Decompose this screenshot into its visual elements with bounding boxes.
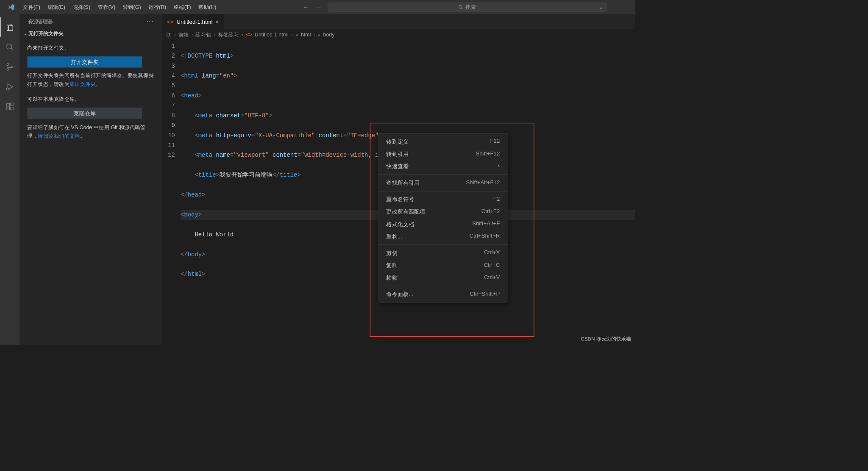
svg-rect-9 xyxy=(7,107,10,110)
menu-find-all-references[interactable]: 查找所有引用Shift+Alt+F12 xyxy=(378,177,508,189)
menu-format-document[interactable]: 格式化文档Shift+Alt+F xyxy=(378,218,508,230)
add-folder-link[interactable]: 添加文件夹 xyxy=(70,81,96,87)
chevron-down-icon: ⌄ xyxy=(599,4,603,10)
activity-debug-icon[interactable] xyxy=(0,77,20,97)
nav-back-icon[interactable]: ← xyxy=(301,3,310,11)
menu-peek[interactable]: 快速查看› xyxy=(378,160,508,172)
menu-separator xyxy=(378,245,508,245)
menu-goto-references[interactable]: 转到引用Shift+F12 xyxy=(378,148,508,160)
sidebar-header: 资源管理器 ··· xyxy=(20,14,162,29)
main-layout: 资源管理器 ··· ⌄ 无打开的文件夹 尚未打开文件夹。 打开文件夹 打开文件夹… xyxy=(0,14,635,345)
open-folder-button[interactable]: 打开文件夹 xyxy=(27,56,142,67)
svg-point-0 xyxy=(459,5,462,8)
read-docs-link[interactable]: 请阅读我们的文档 xyxy=(38,133,80,139)
menu-paste[interactable]: 粘贴Ctrl+V xyxy=(378,272,508,284)
menu-go[interactable]: 转到(G) xyxy=(119,2,145,13)
sidebar-title: 资源管理器 xyxy=(28,19,53,25)
menu-view[interactable]: 查看(V) xyxy=(94,2,119,13)
activity-bar xyxy=(0,14,20,345)
titlebar: 文件(F) 编辑(E) 选择(S) 查看(V) 转到(G) 运行(R) 终端(T… xyxy=(0,0,635,14)
svg-line-3 xyxy=(11,48,13,50)
vscode-logo-icon xyxy=(8,3,15,11)
menu-rename-symbol[interactable]: 重命名符号F2 xyxy=(378,193,508,205)
svg-line-1 xyxy=(462,8,463,9)
svg-rect-11 xyxy=(10,103,13,106)
element-icon: ⬨ xyxy=(317,31,320,38)
command-center-search[interactable]: 搜索 ⌄ xyxy=(328,3,607,12)
activity-explorer-icon[interactable] xyxy=(0,17,20,37)
svg-rect-10 xyxy=(10,107,13,110)
svg-point-7 xyxy=(6,88,8,90)
sidebar-body: 尚未打开文件夹。 打开文件夹 打开文件夹将关闭所有当前打开的编辑器。要使其保持打… xyxy=(20,38,162,143)
menu-cut[interactable]: 剪切Ctrl+X xyxy=(378,247,508,259)
menu-help[interactable]: 帮助(H) xyxy=(195,2,220,13)
html-file-icon: <> xyxy=(167,19,173,25)
menu-copy[interactable]: 复制Ctrl+C xyxy=(378,259,508,272)
line-gutter: 123456789101112 xyxy=(162,41,181,299)
breadcrumbs[interactable]: D:› 前端› 练习包› 标签练习› <> Untitled-1.html› ⬨… xyxy=(162,29,635,40)
no-folder-text: 尚未打开文件夹。 xyxy=(27,44,154,53)
search-icon xyxy=(458,5,463,10)
svg-point-4 xyxy=(7,64,8,65)
nav-forward-icon[interactable]: → xyxy=(314,3,323,11)
chevron-right-icon: › xyxy=(498,163,500,170)
menu-edit[interactable]: 编辑(E) xyxy=(44,2,69,13)
activity-extensions-icon[interactable] xyxy=(0,97,20,116)
menu-terminal[interactable]: 终端(T) xyxy=(170,2,195,13)
menu-command-palette[interactable]: 命令面板...Ctrl+Shift+P xyxy=(378,288,508,300)
clone-repo-button[interactable]: 克隆仓库 xyxy=(27,108,142,119)
sidebar-note-2: 可以在本地克隆仓库。 xyxy=(27,95,154,104)
sidebar-explorer: 资源管理器 ··· ⌄ 无打开的文件夹 尚未打开文件夹。 打开文件夹 打开文件夹… xyxy=(20,14,162,345)
menu-goto-definition[interactable]: 转到定义F12 xyxy=(378,136,508,148)
sidebar-note-3: 要详细了解如何在 VS Code 中使用 Git 和源代码管理，请阅读我们的文档… xyxy=(27,123,154,141)
menu-separator xyxy=(378,286,508,286)
svg-point-6 xyxy=(11,66,13,68)
sidebar-note-1: 打开文件夹将关闭所有当前打开的编辑器。要使其保持打开状态，请改为添加文件夹。 xyxy=(27,71,154,89)
menu-bar: 文件(F) 编辑(E) 选择(S) 查看(V) 转到(G) 运行(R) 终端(T… xyxy=(19,2,220,13)
editor-tabs: <> Untitled-1.html × xyxy=(162,14,635,29)
menu-refactor[interactable]: 重构...Ctrl+Shift+R xyxy=(378,230,508,243)
editor-context-menu: 转到定义F12 转到引用Shift+F12 快速查看› 查找所有引用Shift+… xyxy=(378,133,508,303)
svg-point-5 xyxy=(7,69,8,70)
activity-source-control-icon[interactable] xyxy=(0,57,20,77)
menu-separator xyxy=(378,175,508,175)
tab-filename: Untitled-1.html xyxy=(177,19,213,25)
search-placeholder: 搜索 xyxy=(465,3,476,11)
element-icon: ⬨ xyxy=(295,31,298,38)
more-actions-icon[interactable]: ··· xyxy=(146,18,154,26)
menu-run[interactable]: 运行(R) xyxy=(145,2,170,13)
menu-file[interactable]: 文件(F) xyxy=(19,2,44,13)
html-file-icon: <> xyxy=(246,31,252,38)
menu-selection[interactable]: 选择(S) xyxy=(69,2,94,13)
menu-change-all-occurrences[interactable]: 更改所有匹配项Ctrl+F2 xyxy=(378,205,508,218)
svg-rect-8 xyxy=(7,103,10,106)
sidebar-section-title[interactable]: ⌄ 无打开的文件夹 xyxy=(20,29,162,38)
activity-search-icon[interactable] xyxy=(0,37,20,57)
menu-separator xyxy=(378,191,508,191)
svg-point-2 xyxy=(7,44,12,49)
close-tab-icon[interactable]: × xyxy=(216,19,219,25)
watermark-text: CSDN @云边的快乐猫 xyxy=(581,336,631,342)
editor-tab[interactable]: <> Untitled-1.html × xyxy=(162,14,224,29)
chevron-down-icon: ⌄ xyxy=(24,31,28,36)
